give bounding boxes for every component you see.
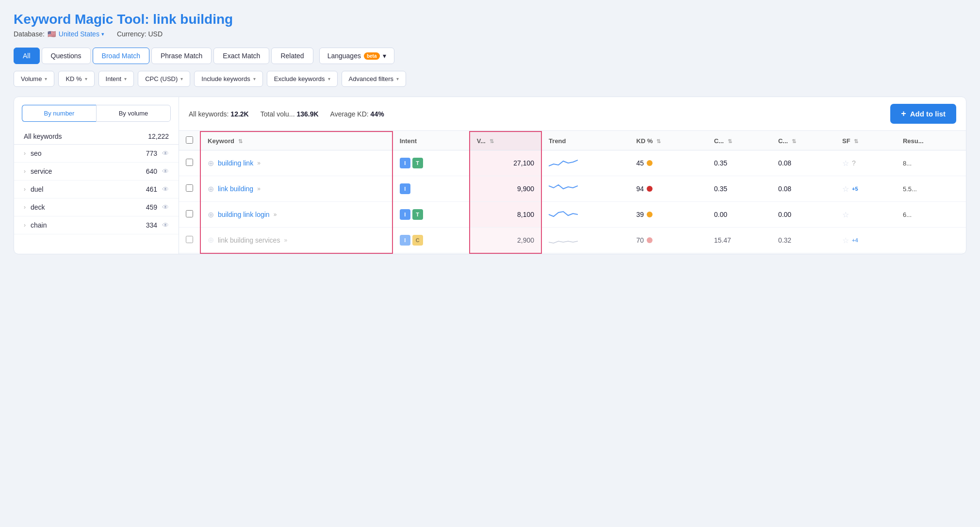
td-c2: 0.08 xyxy=(771,176,835,202)
tab-phrase-match[interactable]: Phrase Match xyxy=(151,48,212,64)
select-all-checkbox[interactable] xyxy=(186,136,193,144)
td-result xyxy=(896,228,966,253)
td-trend xyxy=(541,176,629,202)
filter-advanced[interactable]: Advanced filters ▾ xyxy=(342,71,407,87)
sort-volume-icon[interactable]: ⇅ xyxy=(490,138,494,144)
th-checkbox xyxy=(179,132,200,150)
country-selector[interactable]: United States ▾ xyxy=(59,30,104,38)
td-sf: ☆ xyxy=(835,202,896,228)
keyword-add-icon[interactable]: ⊕ xyxy=(208,235,214,245)
toggle-by-volume[interactable]: By volume xyxy=(96,105,171,122)
flag-icon: 🇺🇸 xyxy=(48,30,56,38)
sort-keyword-icon[interactable]: ⇅ xyxy=(238,138,243,144)
keyword-expand-arrows[interactable]: » xyxy=(257,185,261,192)
th-c2[interactable]: C... ⇅ xyxy=(771,132,835,150)
th-c1-label: C... xyxy=(714,137,724,145)
sidebar-item-right: 459 👁 xyxy=(146,203,169,211)
eye-icon[interactable]: 👁 xyxy=(162,221,169,229)
star-icon[interactable]: ☆ xyxy=(842,184,849,194)
row-checkbox[interactable] xyxy=(186,184,193,192)
add-to-list-button[interactable]: + Add to list xyxy=(890,104,956,124)
td-kd: 94 xyxy=(630,176,707,202)
star-icon[interactable]: ☆ xyxy=(842,210,849,219)
currency-label: Currency: USD xyxy=(117,30,163,38)
keyword-add-icon[interactable]: ⊕ xyxy=(208,184,214,194)
th-c1[interactable]: C... ⇅ xyxy=(707,132,771,150)
table-scroll: Keyword ⇅ Intent V... ⇅ Trend xyxy=(179,131,966,254)
filter-include[interactable]: Include keywords ▾ xyxy=(194,71,262,87)
td-c2: 0.08 xyxy=(771,150,835,176)
eye-icon[interactable]: 👁 xyxy=(162,167,169,175)
sort-c2-icon[interactable]: ⇅ xyxy=(792,138,796,144)
tab-questions[interactable]: Questions xyxy=(42,48,91,64)
td-kd: 39 xyxy=(630,202,707,228)
row-checkbox[interactable] xyxy=(186,159,193,166)
sidebar-all-label: All keywords xyxy=(24,132,62,140)
sidebar-item[interactable]: › deck 459 👁 xyxy=(14,198,179,216)
kd-dot xyxy=(647,160,653,166)
expand-icon: › xyxy=(24,150,26,157)
sidebar-keyword: duel xyxy=(31,185,43,193)
star-icon[interactable]: ☆ xyxy=(842,236,849,245)
sidebar-all-keywords[interactable]: All keywords 12,222 xyxy=(14,128,179,145)
sidebar-count: 334 xyxy=(146,221,157,229)
td-trend xyxy=(541,202,629,228)
stats-row: All keywords: 12.2K Total volu... 136.9K… xyxy=(189,110,384,118)
tab-broad-match[interactable]: Broad Match xyxy=(93,48,149,64)
sidebar-item[interactable]: › chain 334 👁 xyxy=(14,216,179,234)
filter-kd[interactable]: KD % ▾ xyxy=(58,71,94,87)
td-result: 5.5... xyxy=(896,176,966,202)
sf-change: +4 xyxy=(852,237,858,243)
tab-all[interactable]: All xyxy=(14,48,40,64)
filter-kd-chevron: ▾ xyxy=(85,76,87,82)
sidebar-item[interactable]: › duel 461 👁 xyxy=(14,181,179,198)
tab-related[interactable]: Related xyxy=(271,48,313,64)
th-volume[interactable]: V... ⇅ xyxy=(470,132,541,150)
filter-cpc[interactable]: CPC (USD) ▾ xyxy=(138,71,190,87)
th-kd[interactable]: KD % ⇅ xyxy=(630,132,707,150)
sort-c1-icon[interactable]: ⇅ xyxy=(728,138,732,144)
td-kd: 70 xyxy=(630,228,707,253)
sidebar-list: All keywords 12,222 › seo 773 👁 xyxy=(14,128,179,240)
toggle-by-number[interactable]: By number xyxy=(22,105,96,122)
row-checkbox[interactable] xyxy=(186,210,193,217)
keyword-link[interactable]: building link xyxy=(218,159,253,167)
keyword-expand-arrows[interactable]: » xyxy=(284,237,287,244)
sidebar-toggle-row: By number By volume xyxy=(14,97,179,128)
sidebar-item[interactable]: › seo 773 👁 xyxy=(14,145,179,163)
sort-sf-icon[interactable]: ⇅ xyxy=(854,138,858,144)
filter-exclude[interactable]: Exclude keywords ▾ xyxy=(267,71,338,87)
country-chevron-icon: ▾ xyxy=(101,31,104,37)
filter-volume[interactable]: Volume ▾ xyxy=(14,71,54,87)
languages-button[interactable]: Languages beta ▾ xyxy=(319,48,394,64)
filter-intent[interactable]: Intent ▾ xyxy=(98,71,134,87)
th-keyword[interactable]: Keyword ⇅ xyxy=(200,132,392,150)
sort-kd-icon[interactable]: ⇅ xyxy=(656,138,661,144)
filter-advanced-chevron: ▾ xyxy=(396,76,399,82)
kd-value: 94 xyxy=(637,185,644,193)
row-checkbox[interactable] xyxy=(186,236,193,243)
td-keyword: ⊕ building link » xyxy=(200,150,392,176)
keyword-add-icon[interactable]: ⊕ xyxy=(208,210,214,219)
all-keywords-value: 12.2K xyxy=(230,110,248,118)
keyword-link[interactable]: building link login xyxy=(218,211,270,218)
td-c1: 0.35 xyxy=(707,176,771,202)
th-sf[interactable]: SF ⇅ xyxy=(835,132,896,150)
eye-icon[interactable]: 👁 xyxy=(162,203,169,211)
keyword-add-icon[interactable]: ⊕ xyxy=(208,159,214,168)
filter-volume-chevron: ▾ xyxy=(45,76,47,82)
intent-badge-i: I xyxy=(400,183,410,194)
keyword-expand-arrows[interactable]: » xyxy=(257,160,261,166)
keyword-link[interactable]: link building xyxy=(218,185,253,193)
keyword-expand-arrows[interactable]: » xyxy=(274,211,277,218)
sidebar-item[interactable]: › service 640 👁 xyxy=(14,163,179,181)
th-trend-label: Trend xyxy=(549,137,566,145)
filter-kd-label: KD % xyxy=(65,75,82,82)
eye-icon[interactable]: 👁 xyxy=(162,149,169,157)
avg-kd-value: 44% xyxy=(371,110,384,118)
th-trend: Trend xyxy=(541,132,629,150)
th-keyword-label: Keyword xyxy=(208,137,234,145)
star-icon[interactable]: ☆ xyxy=(842,159,849,168)
eye-icon[interactable]: 👁 xyxy=(162,185,169,193)
tab-exact-match[interactable]: Exact Match xyxy=(213,48,269,64)
